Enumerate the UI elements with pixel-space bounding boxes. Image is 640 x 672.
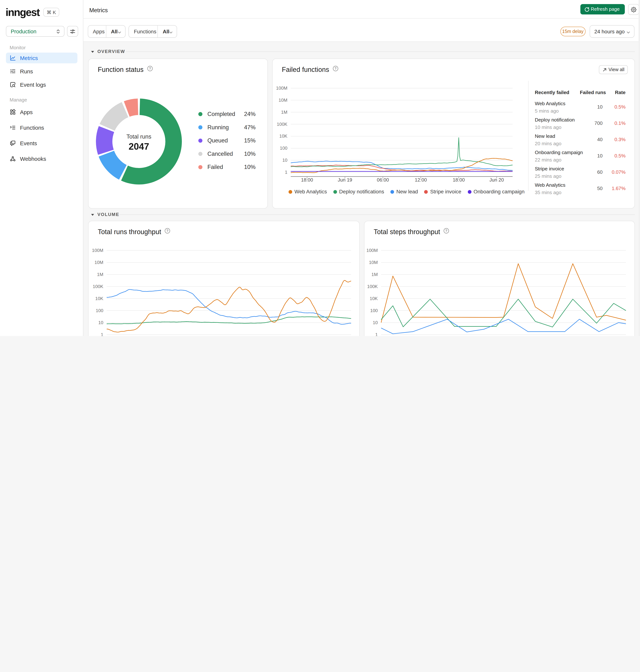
svg-text:10: 10	[373, 320, 378, 325]
svg-text:10: 10	[282, 158, 287, 163]
svg-text:100M: 100M	[92, 248, 103, 253]
svg-text:06:00: 06:00	[377, 177, 389, 183]
svg-text:18:00: 18:00	[301, 177, 313, 183]
svg-text:100M: 100M	[276, 86, 287, 90]
svg-text:1M: 1M	[281, 110, 287, 115]
svg-text:10K: 10K	[369, 296, 378, 301]
svg-text:10M: 10M	[369, 260, 378, 265]
svg-text:Failed: Failed	[207, 164, 223, 170]
svg-text:Running: Running	[207, 124, 229, 131]
svg-text:Completed: Completed	[207, 111, 235, 117]
svg-text:Jun 19: Jun 19	[338, 177, 352, 183]
svg-text:1M: 1M	[372, 272, 378, 277]
svg-text:18:00: 18:00	[453, 177, 465, 183]
svg-text:100: 100	[280, 146, 287, 151]
svg-text:10K: 10K	[95, 296, 103, 301]
svg-text:10M: 10M	[94, 260, 103, 265]
svg-text:1: 1	[101, 332, 103, 336]
svg-text:100M: 100M	[366, 248, 378, 253]
svg-text:10%: 10%	[244, 164, 256, 170]
svg-text:47%: 47%	[244, 124, 256, 131]
svg-text:10M: 10M	[278, 98, 287, 103]
svg-text:Queued: Queued	[207, 137, 228, 144]
svg-text:100: 100	[96, 308, 103, 313]
svg-text:10: 10	[98, 320, 103, 325]
svg-text:15%: 15%	[244, 137, 256, 144]
svg-text:Total runs: Total runs	[127, 133, 151, 140]
svg-text:100K: 100K	[93, 284, 103, 289]
svg-text:Cancelled: Cancelled	[207, 151, 233, 157]
svg-text:1: 1	[285, 170, 287, 175]
svg-text:12:00: 12:00	[415, 177, 427, 183]
svg-text:Jun 20: Jun 20	[490, 177, 504, 183]
svg-text:1M: 1M	[97, 272, 103, 277]
svg-text:1: 1	[375, 332, 378, 336]
svg-text:2047: 2047	[129, 141, 149, 152]
svg-text:10K: 10K	[279, 133, 287, 139]
svg-text:100K: 100K	[367, 284, 378, 289]
svg-text:100: 100	[370, 308, 378, 313]
svg-text:24%: 24%	[244, 111, 256, 117]
svg-text:100K: 100K	[277, 122, 288, 127]
svg-text:10%: 10%	[244, 151, 256, 157]
